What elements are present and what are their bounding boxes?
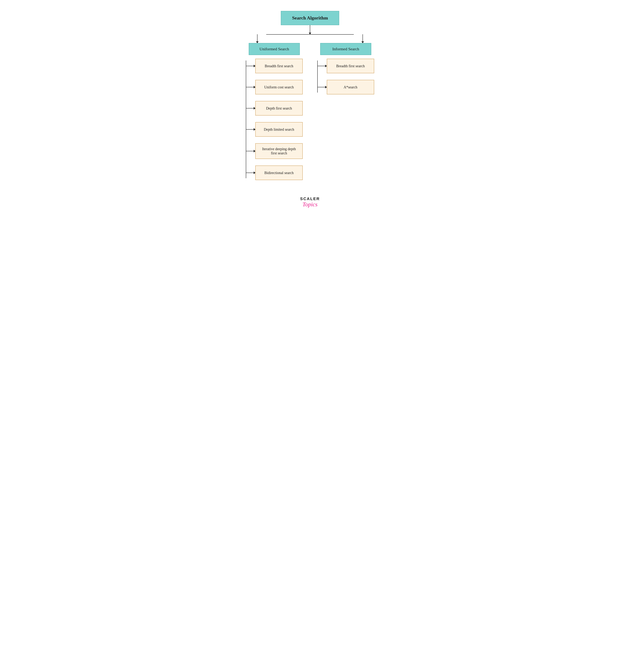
right-branch: Informed Search Breadth first search A*s… <box>317 43 374 98</box>
right-down-arrow <box>363 34 363 43</box>
uniformed-search-header: Uniformed Search <box>249 43 300 55</box>
left-items-col: Breadth first search Uniform cost search… <box>246 55 303 184</box>
item-uniform-cost: Uniform cost search <box>255 80 303 95</box>
footer-scaler-text: SCALER <box>300 197 320 201</box>
right-items-container: Breadth first search A*search <box>317 55 374 98</box>
branches-container: Uniformed Search Breadth first search Un… <box>228 43 392 184</box>
left-branch: Uniformed Search Breadth first search Un… <box>246 43 303 184</box>
arrow-6 <box>246 173 255 173</box>
arrow-2 <box>246 87 255 87</box>
list-item: Breadth first search <box>246 59 303 73</box>
item-breadth-first: Breadth first search <box>255 59 303 73</box>
list-item: Iterative deeping depth first search <box>246 143 303 159</box>
list-item: Depth limited search <box>246 122 303 137</box>
arrow-3 <box>246 108 255 108</box>
arrow-r1 <box>318 66 327 66</box>
diagram: Search Algorithm Uniformed Search <box>228 11 392 208</box>
item-depth-first: Depth first search <box>255 101 303 116</box>
item-depth-limited: Depth limited search <box>255 122 303 137</box>
item-iterative-deeping: Iterative deeping depth first search <box>255 143 303 159</box>
right-branch-connector <box>363 34 363 43</box>
left-items-container: Breadth first search Uniform cost search… <box>246 55 303 184</box>
root-node: Search Algorithm <box>281 11 340 25</box>
arrow-r2 <box>318 87 327 87</box>
list-item: Depth first search <box>246 101 303 116</box>
right-items-col: Breadth first search A*search <box>318 55 374 98</box>
arrow-1 <box>246 66 255 66</box>
item-a-star: A*search <box>327 80 374 95</box>
arrow-4 <box>246 129 255 129</box>
item-r-breadth-first: Breadth first search <box>327 59 374 73</box>
fork-line <box>266 34 354 35</box>
list-item: Bidirectional search <box>246 166 303 180</box>
list-item: Uniform cost search <box>246 80 303 95</box>
left-down-arrow <box>257 34 257 43</box>
list-item: Breadth first search <box>318 59 374 73</box>
left-branch-connector <box>257 34 257 43</box>
footer: SCALER Topics <box>300 197 320 208</box>
root-down-connector <box>310 25 310 34</box>
arrow-5 <box>246 151 255 151</box>
informed-search-header: Informed Search <box>320 43 371 55</box>
list-item: A*search <box>318 80 374 95</box>
item-bidirectional: Bidirectional search <box>255 166 303 180</box>
footer-topics-text: Topics <box>300 201 320 208</box>
